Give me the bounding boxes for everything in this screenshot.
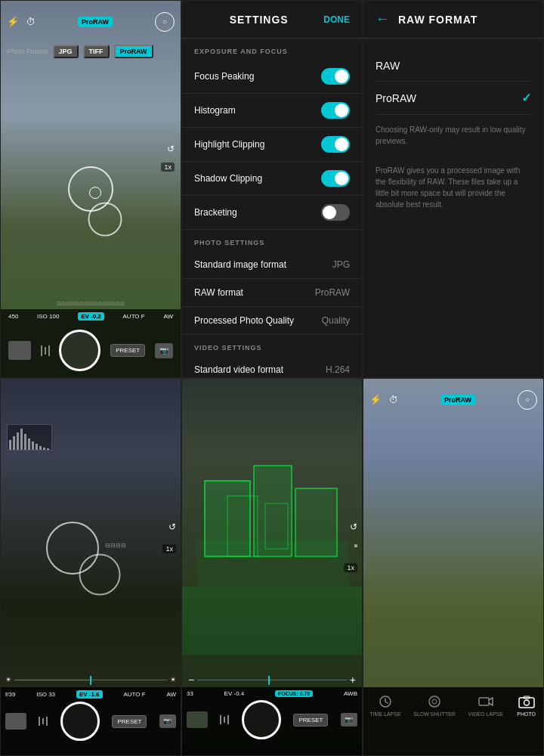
plus-button-bm[interactable]: +	[350, 674, 356, 686]
focus-badge-bm[interactable]: FOCUS: 0.78	[275, 690, 313, 697]
slow-shutter-icon	[424, 693, 445, 710]
focus-ring-bl-small	[79, 553, 120, 595]
thumbnail-button[interactable]	[8, 341, 31, 360]
focus-peaking-green	[182, 420, 362, 687]
histogram-label: Histogram	[194, 105, 236, 116]
timer-icon-br[interactable]: ⏱	[389, 395, 398, 405]
top-left-icons-br: ⚡ ⏱	[369, 394, 398, 405]
zoom-badge-bm[interactable]: 1x	[344, 563, 357, 572]
exposure-bar: 450 ISO 100 EV -0.2 AUTO F AW	[1, 309, 181, 324]
proraw-badge-top[interactable]: ProRAW	[78, 17, 113, 27]
videolapse-svg	[478, 695, 494, 708]
histogram-toggle[interactable]	[321, 102, 350, 119]
raw-description-1: Choosing RAW-only may result in low qual…	[376, 115, 531, 156]
focus-peaking-row: Focus Peaking	[182, 60, 362, 94]
camera-btn-bl[interactable]: 📷	[159, 714, 176, 728]
svg-rect-8	[39, 446, 42, 450]
settings-scroll[interactable]: EXPOSURE AND FOCUS Focus Peaking Histogr…	[182, 39, 362, 377]
timelapse-svg	[377, 695, 394, 708]
timelapse-label: TIME LAPSE	[369, 711, 400, 717]
info-row-bm: 33 EV -0.4 FOCUS: 0.78 AWB	[182, 687, 362, 700]
bottom-bar-bl: f/39 ISO 33 EV -1.6 AUTO F AW PRESET 📷	[1, 687, 181, 755]
bottom-controls: 450 ISO 100 EV -0.2 AUTO F AW ⊟⊟⊟⊟⊟⊟⊟⊟⊟⊟…	[1, 309, 181, 377]
video-format-row[interactable]: Standard video format H.264	[182, 356, 362, 377]
shutter-button[interactable]	[59, 330, 100, 371]
ev-badge[interactable]: EV -0.2	[78, 312, 104, 321]
raw-format-row[interactable]: RAW format ProRAW	[182, 279, 362, 307]
raw-format-title: RAW FORMAT	[398, 14, 478, 26]
raw-description-2: ProRAW gives you a processed image with …	[376, 156, 531, 219]
raw-content: RAW ProRAW ✓ Choosing RAW-only may resul…	[363, 39, 543, 231]
proraw-option-label: ProRAW	[376, 92, 416, 104]
zoom-badge[interactable]: 1x	[161, 163, 175, 172]
zoom-badge-bl[interactable]: 1x	[162, 544, 176, 553]
thumbnail-bl[interactable]	[5, 713, 26, 730]
mode-timelapse[interactable]: TIME LAPSE	[369, 693, 400, 717]
raw-format-panel: ← RAW FORMAT RAW ProRAW ✓ Choosing RAW-o…	[363, 0, 544, 378]
svg-point-22	[429, 696, 440, 707]
photo-quality-value: Quality	[322, 315, 350, 326]
exposure-slider-bm[interactable]: − +	[182, 672, 362, 687]
raw-back-button[interactable]: ←	[376, 11, 389, 27]
shutter-btn-bl[interactable]	[60, 702, 100, 741]
proraw-badge-br[interactable]: ProRAW	[440, 395, 475, 405]
video-section-label: VIDEO SETTINGS	[182, 335, 362, 356]
photo-section-label: PHOTO SETTINGS	[182, 230, 362, 251]
svg-point-26	[524, 700, 529, 705]
exposure-slider-bl[interactable]: ☀ ☀	[1, 672, 181, 687]
svg-point-23	[432, 699, 437, 704]
tiff-format-button[interactable]: TIFF	[83, 45, 110, 58]
preset-btn-bl[interactable]: PRESET	[112, 715, 147, 728]
raw-option-row[interactable]: RAW	[376, 51, 531, 82]
ev-badge-bl[interactable]: EV -1.6	[76, 690, 103, 699]
preset-btn-bm[interactable]: PRESET	[293, 714, 328, 727]
mode-circle-icon[interactable]: ○	[155, 12, 175, 32]
mode-videolapse[interactable]: VIDEO LAPSE	[468, 693, 503, 717]
sliders-button[interactable]	[41, 345, 50, 356]
bolt-icon-br[interactable]: ⚡	[369, 394, 382, 405]
format-label: Photo Format	[7, 48, 48, 55]
bracketing-toggle[interactable]	[321, 204, 350, 221]
shadow-clipping-toggle[interactable]	[321, 170, 350, 187]
photo-label: PHOTO	[517, 711, 536, 717]
minus-button-bm[interactable]: −	[188, 674, 194, 686]
shutter-btn-bm[interactable]	[242, 700, 281, 739]
svg-rect-4	[24, 434, 26, 450]
rotate-icon-bm[interactable]: ↺	[350, 522, 357, 532]
sliders-bl[interactable]	[39, 717, 48, 726]
bolt-icon[interactable]: ⚡	[7, 16, 19, 27]
settings-done-button[interactable]: DONE	[323, 14, 350, 25]
histogram-row: Histogram	[182, 94, 362, 128]
highlight-clipping-row: Highlight Clipping	[182, 128, 362, 162]
control-row-bm: PRESET 📷	[182, 700, 362, 744]
raw-header: ← RAW FORMAT	[363, 1, 543, 39]
camera-btn-bm[interactable]: 📷	[341, 713, 357, 727]
video-lapse-icon	[475, 693, 496, 710]
standard-image-format-row[interactable]: Standard image format JPG	[182, 251, 362, 279]
preset-button[interactable]: PRESET	[110, 344, 145, 357]
focus-peaking-toggle[interactable]	[321, 68, 350, 85]
sliders-bm[interactable]	[220, 715, 229, 724]
shutter-bm: 33	[187, 690, 193, 697]
proraw-format-button[interactable]: ProRAW	[114, 45, 153, 58]
svg-rect-19	[197, 541, 348, 587]
svg-rect-7	[36, 444, 38, 450]
camera-panel-top-left: ⚡ ⏱ ProRAW ○ Photo Format JPG TIFF ProRA…	[0, 0, 181, 378]
rotate-icon[interactable]: ↺	[167, 144, 175, 154]
proraw-option-row[interactable]: ProRAW ✓	[376, 82, 531, 115]
highlight-clipping-toggle[interactable]	[321, 136, 350, 153]
jpg-format-button[interactable]: JPG	[53, 45, 79, 58]
rotate-icon-bl[interactable]: ↺	[168, 522, 176, 532]
photo-quality-label: Processed Photo Quality	[194, 315, 294, 326]
mode-slowshutter[interactable]: SLOW SHUTTER	[413, 693, 456, 717]
svg-rect-0	[9, 440, 11, 450]
ev-bm: EV -0.4	[224, 690, 245, 697]
photo-quality-row[interactable]: Processed Photo Quality Quality	[182, 307, 362, 335]
timer-icon[interactable]: ⏱	[26, 17, 36, 27]
mode-photo[interactable]: PHOTO	[516, 693, 537, 717]
standard-image-format-label: Standard image format	[194, 259, 286, 270]
camera-switch-button[interactable]: 📷	[155, 343, 173, 358]
sun-icon	[89, 187, 101, 199]
mode-circle-br[interactable]: ○	[518, 390, 537, 410]
thumbnail-bm[interactable]	[187, 711, 208, 728]
